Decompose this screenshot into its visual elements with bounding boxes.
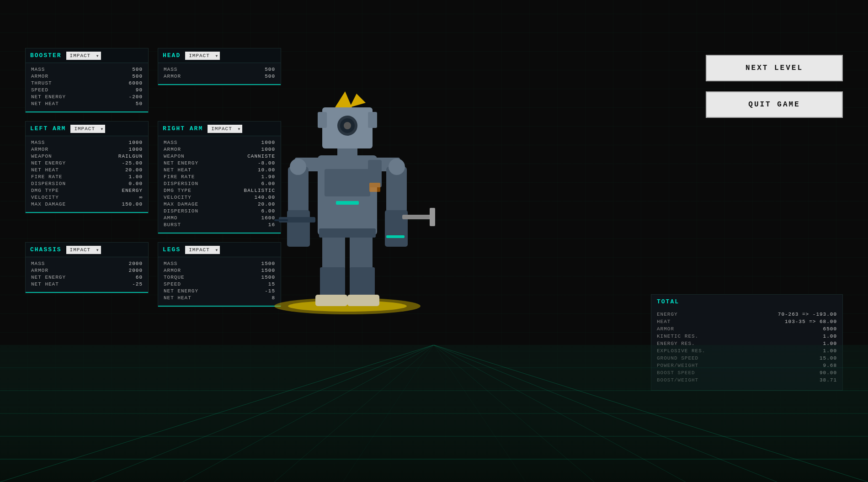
- total-stat-label: HEAT: [657, 319, 671, 324]
- booster-flame: [369, 183, 380, 192]
- stat-label: WEAPON: [164, 154, 185, 159]
- next-level-button[interactable]: NEXT LEVEL: [706, 55, 843, 81]
- chassis-header: CHASSIS IMPACT: [26, 243, 148, 257]
- stat-label: NET ENERGY: [164, 160, 198, 166]
- legs-dropdown-wrap[interactable]: IMPACT: [185, 245, 220, 254]
- booster-title: BOOSTER: [30, 52, 62, 59]
- svg-line-4: [274, 345, 434, 482]
- stat-value: -25.00: [122, 160, 143, 166]
- stat-label: NET HEAT: [164, 295, 192, 301]
- left-foot: [315, 295, 347, 306]
- torso-detail: [325, 169, 370, 196]
- total-stat-label: BOOST/WEIGHT: [657, 377, 698, 383]
- svg-line-9: [434, 345, 594, 482]
- stat-value: 500: [132, 74, 143, 79]
- stat-label: NET ENERGY: [31, 160, 66, 166]
- table-row: NET HEAT20.00: [31, 167, 143, 173]
- stat-value: 60: [136, 275, 143, 280]
- table-row: NET HEAT-25: [31, 281, 143, 287]
- stat-label: MASS: [164, 67, 177, 72]
- left-arm-dropdown-wrap[interactable]: IMPACT: [70, 124, 105, 133]
- chassis-dropdown[interactable]: IMPACT: [66, 246, 101, 254]
- chassis-panel: CHASSIS IMPACT MASS2000ARMOR2000NET ENER…: [25, 242, 149, 293]
- chassis-dropdown-wrap[interactable]: IMPACT: [66, 245, 101, 254]
- chassis-title: CHASSIS: [30, 246, 62, 253]
- total-stat-label: BOOST SPEED: [657, 370, 695, 376]
- total-panel: TOTAL ENERGY70-263 => -193.00HEAT103-35 …: [651, 294, 843, 391]
- table-row: MASS1000: [31, 140, 143, 145]
- total-stat-value: 1.00: [823, 341, 837, 346]
- left-forearm: [287, 210, 310, 247]
- stat-label: VELOCITY: [31, 195, 59, 200]
- stat-label: DISPERSION: [164, 208, 198, 214]
- head-left-ear: [318, 112, 327, 128]
- right-arm-dropdown[interactable]: IMPACT: [208, 125, 242, 133]
- head-pupil: [344, 122, 351, 129]
- stat-label: SPEED: [31, 87, 48, 93]
- stat-label: DMG TYPE: [31, 188, 59, 193]
- railgun-barrel: [274, 219, 288, 221]
- stat-value: ENERGY: [122, 188, 143, 193]
- left-leg-upper: [322, 233, 345, 270]
- table-row: ARMOR6500: [657, 326, 837, 332]
- legs-title: LEGS: [163, 246, 181, 253]
- stat-label: WEAPON: [31, 154, 52, 159]
- left-arm-panel: LEFT ARM IMPACT MASS1000ARMOR1000WEAPONR…: [25, 121, 149, 213]
- table-row: THRUST6000: [31, 80, 143, 86]
- svg-line-5: [343, 345, 434, 482]
- table-row: NET ENERGY-200: [31, 94, 143, 100]
- total-stat-label: ENERGY: [657, 312, 678, 317]
- stat-value: 150.00: [122, 201, 143, 207]
- stat-label: ARMOR: [164, 74, 181, 79]
- head-dropdown-wrap[interactable]: IMPACT: [185, 51, 220, 60]
- table-row: SPEED90: [31, 87, 143, 93]
- stat-label: SPEED: [164, 281, 181, 287]
- chassis-stats: MASS2000ARMOR2000NET ENERGY60NET HEAT-25: [26, 257, 148, 293]
- stat-label: NET HEAT: [31, 281, 59, 287]
- total-stats: ENERGY70-263 => -193.00HEAT103-35 => 68.…: [651, 309, 842, 390]
- total-stat-value: 103-35 => 68.00: [785, 319, 837, 324]
- table-row: VELOCITY∞: [31, 195, 143, 200]
- legs-dropdown[interactable]: IMPACT: [185, 246, 220, 254]
- total-stat-label: KINETIC RES.: [657, 334, 698, 339]
- stat-value: 90: [136, 87, 143, 93]
- stat-label: NET ENERGY: [31, 94, 66, 100]
- booster-dropdown-wrap[interactable]: IMPACT: [66, 51, 101, 60]
- stat-value: 2000: [129, 261, 143, 266]
- table-row: ARMOR1000: [31, 147, 143, 152]
- stat-value: 0.00: [129, 181, 143, 186]
- stat-label: MASS: [31, 67, 45, 72]
- right-foot: [347, 295, 379, 306]
- left-arm-dropdown[interactable]: IMPACT: [70, 125, 105, 133]
- booster-dropdown[interactable]: IMPACT: [66, 52, 101, 60]
- table-row: ARMOR500: [31, 74, 143, 79]
- head-title: HEAD: [163, 52, 181, 59]
- table-row: HEAT103-35 => 68.00: [657, 319, 837, 324]
- right-arm-dropdown-wrap[interactable]: IMPACT: [208, 124, 242, 133]
- stat-label: NET HEAT: [31, 167, 59, 173]
- table-row: NET HEAT50: [31, 101, 143, 106]
- table-row: NET ENERGY60: [31, 275, 143, 280]
- stat-value: 6000: [129, 80, 143, 86]
- table-row: ENERGY RES.1.00: [657, 341, 837, 346]
- head-dropdown[interactable]: IMPACT: [185, 52, 220, 60]
- waist: [319, 228, 376, 238]
- total-stat-value: 6500: [823, 326, 837, 332]
- left-shoulder-joint: [290, 159, 306, 175]
- table-row: DISPERSION0.00: [31, 181, 143, 186]
- stat-value: 500: [132, 67, 143, 72]
- quit-game-button[interactable]: QUIT GAME: [706, 91, 843, 118]
- stat-value: 1.00: [129, 174, 143, 180]
- table-row: MASS500: [31, 67, 143, 72]
- stat-value: RAILGUN: [118, 154, 143, 159]
- stat-label: ARMOR: [31, 74, 48, 79]
- booster-header: BOOSTER IMPACT: [26, 48, 148, 63]
- total-stat-value: 38.71: [820, 377, 837, 383]
- stat-label: THRUST: [31, 80, 52, 86]
- stat-label: TORQUE: [164, 275, 185, 280]
- total-stat-label: POWER/WEIGHT: [657, 363, 698, 368]
- left-arm-header: LEFT ARM IMPACT: [26, 122, 148, 136]
- svg-line-1: [0, 345, 434, 482]
- robot-figure: [251, 37, 443, 320]
- svg-line-2: [91, 345, 434, 482]
